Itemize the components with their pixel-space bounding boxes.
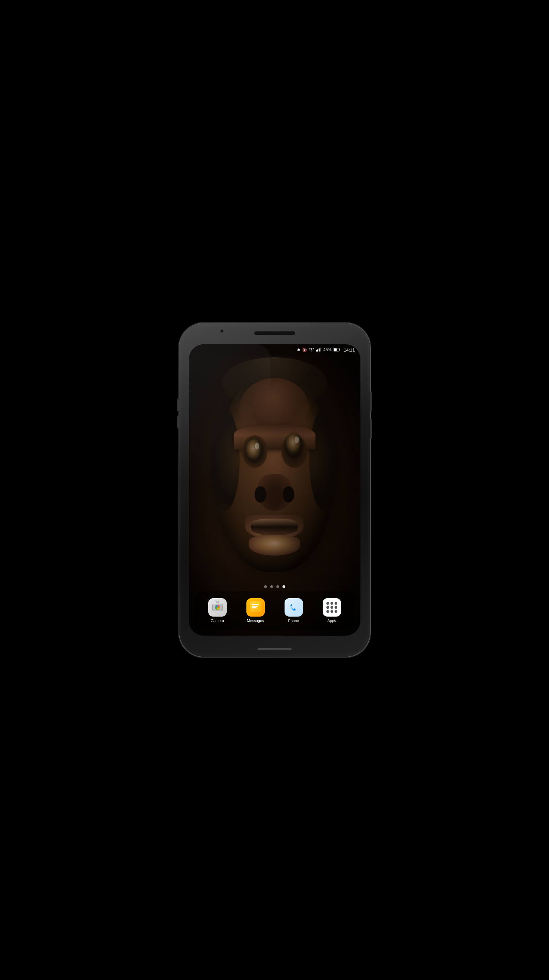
phone-screen: ✱ 🔇 <box>189 344 360 636</box>
messages-icon <box>247 598 265 617</box>
dock-item-apps[interactable]: Apps <box>320 598 344 623</box>
earpiece <box>254 331 295 335</box>
dock-item-camera[interactable]: Camera <box>205 598 230 623</box>
volume-down-button[interactable] <box>177 415 179 429</box>
page-indicators <box>189 585 360 588</box>
wifi-icon <box>309 348 314 352</box>
dock-item-messages[interactable]: Messages <box>243 598 268 623</box>
status-bar: ✱ 🔇 <box>189 344 360 355</box>
status-icons: ✱ 🔇 <box>297 347 355 353</box>
mute-icon: 🔇 <box>302 348 307 352</box>
svg-rect-5 <box>339 349 340 350</box>
volume-up-button[interactable] <box>177 398 179 412</box>
svg-rect-6 <box>334 348 337 351</box>
battery-percent: 45% <box>323 347 331 352</box>
page-dot-2[interactable] <box>270 585 273 588</box>
dock: Camera Messages <box>194 592 355 630</box>
camera-icon <box>208 598 227 617</box>
page-dot-3[interactable] <box>276 585 279 588</box>
wallpaper-image <box>202 368 347 595</box>
camera-label: Camera <box>211 619 224 623</box>
svg-rect-1 <box>317 350 318 352</box>
svg-rect-2 <box>318 348 320 352</box>
apps-icon <box>323 598 341 617</box>
bluetooth-icon: ✱ <box>297 348 300 352</box>
home-bar[interactable] <box>258 648 292 650</box>
dock-item-phone[interactable]: Phone <box>282 598 306 623</box>
phone-device: ✱ 🔇 <box>179 323 370 657</box>
page-dot-4[interactable] <box>283 585 285 588</box>
homescreen[interactable]: ✱ 🔇 <box>189 344 360 636</box>
signal-icon <box>316 348 321 352</box>
phone-label: Phone <box>288 619 299 623</box>
messages-label: Messages <box>247 619 264 623</box>
status-time: 14:11 <box>344 347 355 353</box>
phone-icon <box>285 598 303 617</box>
svg-rect-3 <box>320 348 321 352</box>
page-dot-1[interactable] <box>264 585 267 588</box>
front-camera <box>220 329 224 333</box>
svg-rect-0 <box>316 350 317 352</box>
battery-icon <box>334 348 341 352</box>
apps-label: Apps <box>328 619 336 623</box>
